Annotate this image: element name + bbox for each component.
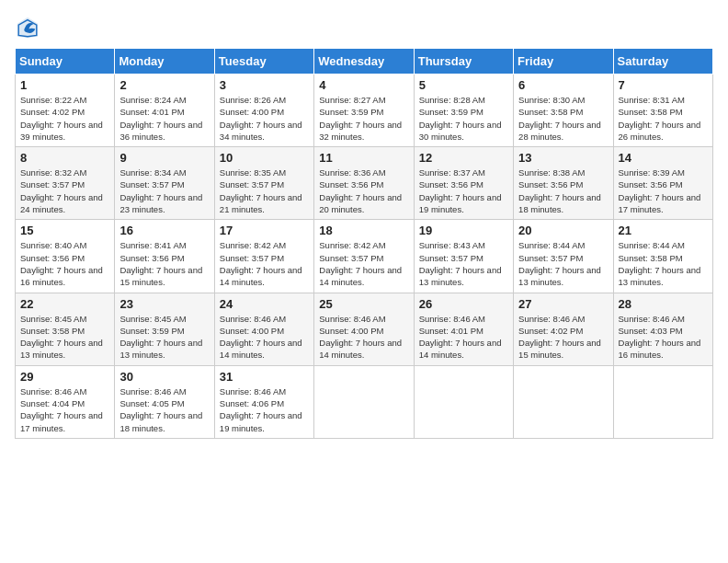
calendar-cell: 24 Sunrise: 8:46 AMSunset: 4:00 PMDaylig… [214,293,313,365]
day-number: 23 [119,297,209,311]
day-number: 8 [20,151,109,165]
day-info: Sunrise: 8:42 AMSunset: 3:57 PMDaylight:… [319,239,408,288]
day-info: Sunrise: 8:46 AMSunset: 4:01 PMDaylight:… [419,313,508,362]
day-number: 9 [119,151,209,165]
calendar-cell: 19 Sunrise: 8:43 AMSunset: 3:57 PMDaylig… [414,220,513,293]
weekday-header-tuesday: Tuesday [214,49,313,75]
calendar-cell: 7 Sunrise: 8:31 AMSunset: 3:58 PMDayligh… [613,75,712,147]
day-number: 7 [619,78,708,92]
logo-icon [15,15,40,40]
calendar-cell: 3 Sunrise: 8:26 AMSunset: 4:00 PMDayligh… [214,75,313,147]
day-number: 24 [220,297,309,311]
day-info: Sunrise: 8:46 AMSunset: 4:05 PMDaylight:… [119,385,209,434]
day-info: Sunrise: 8:31 AMSunset: 3:58 PMDaylight:… [619,94,708,143]
day-info: Sunrise: 8:46 AMSunset: 4:03 PMDaylight:… [619,313,708,362]
calendar-cell: 9 Sunrise: 8:34 AMSunset: 3:57 PMDayligh… [115,147,214,220]
calendar-cell: 22 Sunrise: 8:45 AMSunset: 3:58 PMDaylig… [16,293,115,365]
calendar-cell: 15 Sunrise: 8:40 AMSunset: 3:56 PMDaylig… [16,220,115,293]
day-info: Sunrise: 8:30 AMSunset: 3:58 PMDaylight:… [518,94,608,143]
calendar-cell: 17 Sunrise: 8:42 AMSunset: 3:57 PMDaylig… [214,220,313,293]
day-number: 3 [220,78,309,92]
day-info: Sunrise: 8:46 AMSunset: 4:06 PMDaylight:… [220,385,309,434]
day-info: Sunrise: 8:44 AMSunset: 3:58 PMDaylight:… [619,239,708,288]
weekday-header-monday: Monday [115,49,214,75]
day-number: 2 [119,78,209,92]
day-info: Sunrise: 8:24 AMSunset: 4:01 PMDaylight:… [119,94,209,143]
day-number: 4 [319,78,408,92]
calendar-cell: 20 Sunrise: 8:44 AMSunset: 3:57 PMDaylig… [514,220,613,293]
calendar-cell: 16 Sunrise: 8:41 AMSunset: 3:56 PMDaylig… [115,220,214,293]
day-info: Sunrise: 8:40 AMSunset: 3:56 PMDaylight:… [20,239,109,288]
day-number: 18 [319,224,408,237]
calendar-cell: 25 Sunrise: 8:46 AMSunset: 4:00 PMDaylig… [314,293,414,365]
day-number: 27 [518,297,608,311]
day-number: 10 [220,151,309,165]
calendar-cell: 14 Sunrise: 8:39 AMSunset: 3:56 PMDaylig… [613,147,712,220]
calendar-cell: 23 Sunrise: 8:45 AMSunset: 3:59 PMDaylig… [115,293,214,365]
calendar-cell: 2 Sunrise: 8:24 AMSunset: 4:01 PMDayligh… [115,75,214,147]
day-number: 5 [419,78,508,92]
calendar-header-row: SundayMondayTuesdayWednesdayThursdayFrid… [16,49,713,75]
day-info: Sunrise: 8:26 AMSunset: 4:00 PMDaylight:… [220,94,309,143]
calendar-week-3: 15 Sunrise: 8:40 AMSunset: 3:56 PMDaylig… [16,220,713,293]
day-number: 28 [619,297,708,311]
weekday-header-saturday: Saturday [613,49,712,75]
calendar-cell: 13 Sunrise: 8:38 AMSunset: 3:56 PMDaylig… [514,147,613,220]
page-header [15,15,713,40]
weekday-header-wednesday: Wednesday [314,49,414,75]
day-info: Sunrise: 8:27 AMSunset: 3:59 PMDaylight:… [319,94,408,143]
day-info: Sunrise: 8:39 AMSunset: 3:56 PMDaylight:… [619,167,708,215]
calendar-cell: 18 Sunrise: 8:42 AMSunset: 3:57 PMDaylig… [314,220,414,293]
weekday-header-friday: Friday [514,49,613,75]
day-info: Sunrise: 8:42 AMSunset: 3:57 PMDaylight:… [220,239,309,288]
day-number: 15 [20,224,109,237]
calendar-week-2: 8 Sunrise: 8:32 AMSunset: 3:57 PMDayligh… [16,147,713,220]
calendar-cell [414,365,513,438]
calendar-cell: 27 Sunrise: 8:46 AMSunset: 4:02 PMDaylig… [514,293,613,365]
day-info: Sunrise: 8:46 AMSunset: 4:04 PMDaylight:… [20,385,109,434]
calendar-table: SundayMondayTuesdayWednesdayThursdayFrid… [15,48,713,439]
calendar-cell: 12 Sunrise: 8:37 AMSunset: 3:56 PMDaylig… [414,147,513,220]
calendar-cell: 5 Sunrise: 8:28 AMSunset: 3:59 PMDayligh… [414,75,513,147]
day-number: 19 [419,224,508,237]
calendar-cell: 28 Sunrise: 8:46 AMSunset: 4:03 PMDaylig… [613,293,712,365]
calendar-cell [514,365,613,438]
day-info: Sunrise: 8:46 AMSunset: 4:02 PMDaylight:… [518,313,608,362]
day-info: Sunrise: 8:46 AMSunset: 4:00 PMDaylight:… [319,313,408,362]
day-number: 12 [419,151,508,165]
day-number: 29 [20,370,109,384]
day-number: 26 [419,297,508,311]
calendar-cell: 6 Sunrise: 8:30 AMSunset: 3:58 PMDayligh… [514,75,613,147]
calendar-cell: 10 Sunrise: 8:35 AMSunset: 3:57 PMDaylig… [214,147,313,220]
day-info: Sunrise: 8:37 AMSunset: 3:56 PMDaylight:… [419,167,508,215]
day-number: 16 [119,224,209,237]
calendar-cell: 31 Sunrise: 8:46 AMSunset: 4:06 PMDaylig… [214,365,313,438]
day-number: 30 [119,370,209,384]
day-info: Sunrise: 8:32 AMSunset: 3:57 PMDaylight:… [20,167,109,215]
calendar-cell: 4 Sunrise: 8:27 AMSunset: 3:59 PMDayligh… [314,75,414,147]
calendar-week-5: 29 Sunrise: 8:46 AMSunset: 4:04 PMDaylig… [16,365,713,438]
calendar-week-1: 1 Sunrise: 8:22 AMSunset: 4:02 PMDayligh… [16,75,713,147]
calendar-cell: 11 Sunrise: 8:36 AMSunset: 3:56 PMDaylig… [314,147,414,220]
day-info: Sunrise: 8:36 AMSunset: 3:56 PMDaylight:… [319,167,408,215]
day-info: Sunrise: 8:41 AMSunset: 3:56 PMDaylight:… [119,239,209,288]
calendar-cell: 8 Sunrise: 8:32 AMSunset: 3:57 PMDayligh… [16,147,115,220]
day-info: Sunrise: 8:22 AMSunset: 4:02 PMDaylight:… [20,94,109,143]
day-number: 1 [20,78,109,92]
day-info: Sunrise: 8:44 AMSunset: 3:57 PMDaylight:… [518,239,608,288]
calendar-week-4: 22 Sunrise: 8:45 AMSunset: 3:58 PMDaylig… [16,293,713,365]
day-number: 13 [518,151,608,165]
weekday-header-thursday: Thursday [414,49,513,75]
logo [15,15,44,40]
day-info: Sunrise: 8:34 AMSunset: 3:57 PMDaylight:… [119,167,209,215]
day-number: 31 [220,370,309,384]
weekday-header-sunday: Sunday [16,49,115,75]
day-number: 14 [619,151,708,165]
day-info: Sunrise: 8:38 AMSunset: 3:56 PMDaylight:… [518,167,608,215]
day-number: 6 [518,78,608,92]
day-info: Sunrise: 8:28 AMSunset: 3:59 PMDaylight:… [419,94,508,143]
calendar-cell [613,365,712,438]
day-info: Sunrise: 8:45 AMSunset: 3:58 PMDaylight:… [20,313,109,362]
calendar-cell [314,365,414,438]
calendar-cell: 29 Sunrise: 8:46 AMSunset: 4:04 PMDaylig… [16,365,115,438]
